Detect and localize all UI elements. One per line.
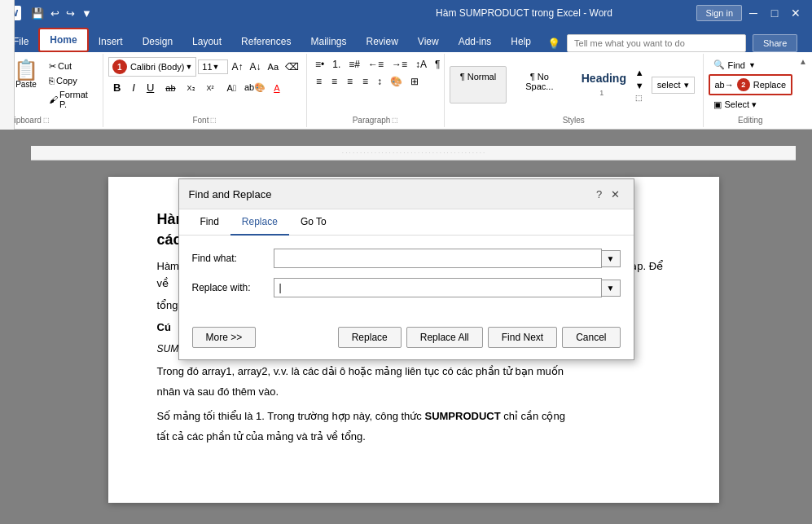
more-button[interactable]: More >> — [192, 327, 257, 348]
style-normal[interactable]: ¶ Normal — [450, 66, 507, 103]
clear-format-btn[interactable]: ⌫ — [283, 59, 301, 74]
font-name-select[interactable]: 1 Calibri (Body) ▼ — [108, 57, 196, 77]
bold-button[interactable]: B — [108, 79, 125, 96]
font-label: Font ⬚ — [108, 116, 301, 127]
show-marks-btn[interactable]: ¶ — [432, 57, 443, 72]
title-bar: W 💾 ↩ ↪ ▼ Hàm SUMPRODUCT trong Excel - W… — [0, 0, 812, 26]
border-btn[interactable]: ⊞ — [407, 74, 422, 89]
highlight-btn[interactable]: ab🎨 — [241, 81, 269, 95]
restore-btn[interactable]: □ — [765, 3, 784, 23]
dialog-tab-goto[interactable]: Go To — [289, 209, 338, 236]
dialog-close-btn[interactable]: ✕ — [608, 186, 624, 202]
font-size-select[interactable]: 11 ▼ — [198, 59, 227, 74]
styles-more-btn[interactable]: ⬚ — [633, 93, 647, 103]
tab-references[interactable]: References — [231, 31, 301, 52]
decrease-font-btn[interactable]: A↓ — [248, 59, 264, 74]
numbering-btn[interactable]: 1. — [329, 57, 344, 72]
tab-review[interactable]: Review — [356, 31, 407, 52]
italic-button[interactable]: I — [127, 79, 140, 96]
justify-btn[interactable]: ≡ — [358, 74, 372, 89]
find-next-button[interactable]: Find Next — [488, 327, 557, 348]
close-btn[interactable]: ✕ — [786, 3, 805, 23]
tab-mailings[interactable]: Mailings — [301, 31, 356, 52]
font-expand-icon[interactable]: ⬚ — [210, 117, 217, 124]
style-heading1[interactable]: Heading1 — [573, 66, 631, 103]
cut-button[interactable]: ✂ Cut — [46, 59, 98, 73]
ribbon-collapse-btn[interactable]: ▲ — [797, 54, 809, 127]
align-row: ≡ ≡ ≡ ≡ ↕ 🎨 ⊞ — [312, 74, 439, 89]
underline-button[interactable]: U — [142, 79, 159, 96]
subscript-button[interactable]: X₂ — [182, 81, 200, 95]
text-effect-btn[interactable]: A⃞ — [224, 81, 239, 95]
sign-in-button[interactable]: Sign in — [696, 5, 742, 21]
replace-with-dropdown[interactable]: ▼ — [602, 280, 621, 297]
bullets-btn[interactable]: ≡• — [312, 57, 327, 72]
tab-help[interactable]: Help — [501, 31, 541, 52]
dialog-tab-replace[interactable]: Replace — [230, 209, 289, 236]
find-what-input[interactable] — [274, 249, 602, 268]
strikethrough-button[interactable]: ab — [160, 81, 180, 95]
document-title: Hàm SUMPRODUCT trong Excel - Word — [352, 7, 697, 19]
redo-btn[interactable]: ↪ — [64, 6, 77, 21]
find-input-wrap: ▼ — [274, 249, 621, 268]
dialog-help-btn[interactable]: ? — [591, 186, 608, 202]
style-nospace[interactable]: ¶ No Spac... — [508, 66, 571, 103]
paragraph-group: ≡• 1. ≡# ←≡ →≡ ↕A ¶ ≡ ≡ ≡ ≡ ↕ 🎨 ⊞ — [307, 54, 445, 127]
badge-2: 2 — [737, 78, 750, 91]
styles-up-btn[interactable]: ▲ — [633, 67, 647, 78]
minimize-btn[interactable]: ─ — [744, 3, 763, 23]
tab-addins[interactable]: Add-ins — [449, 31, 502, 52]
clipboard-expand-icon[interactable]: ⬚ — [43, 117, 50, 124]
replace-all-button[interactable]: Replace All — [406, 327, 483, 348]
cut-icon: ✂ — [49, 61, 56, 72]
copy-icon: ⎘ — [49, 76, 55, 86]
find-button[interactable]: 🔍 Find ▼ — [709, 57, 793, 73]
find-what-dropdown[interactable]: ▼ — [602, 250, 621, 267]
copy-button[interactable]: ⎘ Copy — [46, 74, 98, 87]
font-case-btn[interactable]: Aa — [266, 60, 281, 73]
tab-layout[interactable]: Layout — [182, 31, 231, 52]
styles-down-btn[interactable]: ▼ — [633, 80, 647, 91]
collapse-icon[interactable]: ▲ — [799, 57, 807, 66]
tell-me-input[interactable] — [567, 34, 746, 52]
clipboard-group: 📋 Paste ✂ Cut ⎘ Copy 🖌 Format P. Clipboa… — [3, 54, 103, 127]
font-format-row: B I U ab X₂ X² A⃞ ab🎨 A — [108, 79, 301, 96]
multilevel-btn[interactable]: ≡# — [345, 57, 363, 72]
increase-indent-btn[interactable]: →≡ — [388, 57, 410, 72]
select-dropdown-icon: ▾ — [684, 80, 689, 90]
tab-home[interactable]: Home — [38, 28, 88, 52]
ribbon: 📋 Paste ✂ Cut ⎘ Copy 🖌 Format P. Clipboa… — [0, 52, 812, 130]
find-replace-dialog: Find and Replace ? ✕ Find Replace Go To … — [178, 178, 634, 360]
dialog-tab-find[interactable]: Find — [189, 209, 230, 236]
line-spacing-btn[interactable]: ↕ — [374, 74, 385, 89]
dialog-titlebar: Find and Replace ? ✕ — [179, 179, 634, 209]
select-style-dropdown[interactable]: select ▾ — [648, 77, 698, 94]
styles-group: ¶ Normal ¶ No Spac... Heading1 ▲ ▼ ⬚ sel… — [445, 54, 704, 127]
share-button[interactable]: Share — [753, 34, 797, 52]
find-what-row: Find what: ▼ — [192, 249, 621, 268]
align-center-btn[interactable]: ≡ — [327, 74, 341, 89]
increase-font-btn[interactable]: A↑ — [230, 59, 246, 74]
decrease-indent-btn[interactable]: ←≡ — [365, 57, 387, 72]
replace-button[interactable]: ab→ 2 Replace — [709, 74, 793, 95]
app-window: W 💾 ↩ ↪ ▼ Hàm SUMPRODUCT trong Excel - W… — [0, 0, 812, 524]
undo-btn[interactable]: ↩ — [49, 6, 61, 21]
customize-qa-btn[interactable]: ▼ — [80, 6, 94, 21]
sort-btn[interactable]: ↕A — [412, 57, 430, 72]
format-painter-button[interactable]: 🖌 Format P. — [46, 88, 98, 111]
superscript-button[interactable]: X² — [202, 81, 219, 95]
replace-with-input[interactable] — [274, 278, 602, 297]
replace-button[interactable]: Replace — [338, 327, 402, 348]
paragraph-expand-icon[interactable]: ⬚ — [392, 117, 398, 124]
save-quick-btn[interactable]: 💾 — [29, 6, 46, 21]
tab-insert[interactable]: Insert — [89, 31, 133, 52]
font-color-btn[interactable]: A — [270, 81, 283, 95]
tab-design[interactable]: Design — [133, 31, 182, 52]
shading-btn[interactable]: 🎨 — [387, 74, 406, 89]
align-right-btn[interactable]: ≡ — [343, 74, 357, 89]
align-left-btn[interactable]: ≡ — [312, 74, 326, 89]
cancel-button[interactable]: Cancel — [562, 327, 620, 348]
editing-group: 🔍 Find ▼ ab→ 2 Replace ▣ Select ▾ Editin… — [704, 54, 798, 127]
tab-view[interactable]: View — [408, 31, 449, 52]
select-button[interactable]: ▣ Select ▾ — [709, 97, 793, 112]
